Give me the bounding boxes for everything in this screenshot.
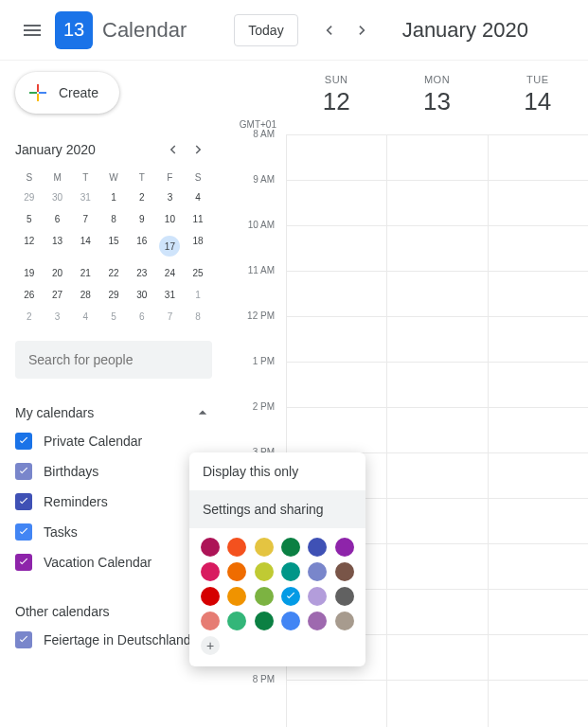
- prev-period-button[interactable]: [312, 13, 346, 47]
- mini-day[interactable]: 3: [44, 306, 72, 328]
- display-this-only-item[interactable]: Display this only: [189, 452, 365, 490]
- mini-day[interactable]: 11: [184, 208, 212, 230]
- mini-day[interactable]: 3: [156, 186, 185, 208]
- mini-day[interactable]: 6: [44, 208, 72, 230]
- color-swatch[interactable]: [227, 562, 246, 581]
- calendar-checkbox[interactable]: [15, 631, 32, 648]
- mini-day[interactable]: 30: [44, 186, 72, 208]
- mini-day[interactable]: 17: [156, 230, 185, 262]
- mini-day[interactable]: 22: [99, 262, 128, 284]
- create-button[interactable]: Create: [15, 72, 119, 114]
- color-swatch[interactable]: [227, 538, 246, 557]
- mini-day[interactable]: 8: [184, 306, 212, 328]
- color-swatch[interactable]: [281, 612, 300, 630]
- mini-day[interactable]: 23: [128, 262, 156, 284]
- color-swatch[interactable]: [201, 538, 220, 557]
- color-swatch[interactable]: [308, 562, 327, 581]
- day-column-header[interactable]: TUE14: [488, 61, 588, 116]
- mini-day[interactable]: 18: [184, 230, 212, 262]
- my-calendars-toggle[interactable]: My calendars: [15, 399, 212, 426]
- mini-day[interactable]: 19: [15, 262, 44, 284]
- mini-day[interactable]: 7: [156, 306, 185, 328]
- mini-day[interactable]: 31: [71, 186, 99, 208]
- mini-day[interactable]: 24: [156, 262, 185, 284]
- mini-day[interactable]: 27: [44, 284, 72, 306]
- color-swatch[interactable]: [335, 562, 354, 581]
- today-button[interactable]: Today: [234, 14, 297, 46]
- mini-day[interactable]: 14: [71, 230, 99, 262]
- mini-day[interactable]: 13: [44, 230, 72, 262]
- calendar-item[interactable]: Birthdays: [15, 456, 212, 487]
- mini-day[interactable]: 4: [184, 186, 212, 208]
- mini-day[interactable]: 9: [128, 208, 156, 230]
- color-swatch[interactable]: [281, 587, 300, 606]
- color-swatch[interactable]: [255, 538, 274, 557]
- mini-day[interactable]: 15: [99, 230, 128, 262]
- color-swatch[interactable]: [308, 612, 327, 630]
- hour-row[interactable]: 11 AM: [227, 271, 588, 316]
- calendar-item[interactable]: Feiertage in Deutschland: [15, 625, 212, 655]
- mini-day[interactable]: 29: [15, 186, 44, 208]
- color-swatch[interactable]: [281, 538, 300, 557]
- mini-day[interactable]: 7: [71, 208, 99, 230]
- calendar-item[interactable]: Tasks: [15, 517, 212, 547]
- mini-day[interactable]: 10: [156, 208, 185, 230]
- color-swatch[interactable]: [255, 562, 274, 581]
- mini-day[interactable]: 5: [99, 306, 128, 328]
- mini-day[interactable]: 1: [99, 186, 128, 208]
- hour-row[interactable]: 12 PM: [227, 316, 588, 362]
- color-swatch[interactable]: [281, 562, 300, 581]
- mini-day[interactable]: 12: [15, 230, 44, 262]
- calendar-checkbox[interactable]: [15, 554, 32, 571]
- color-swatch[interactable]: [255, 587, 274, 606]
- main-menu-button[interactable]: [9, 8, 55, 53]
- hour-row[interactable]: 8 AM: [227, 134, 588, 180]
- add-color-button[interactable]: +: [201, 636, 220, 655]
- mini-day[interactable]: 26: [15, 284, 44, 306]
- mini-day[interactable]: 21: [71, 262, 99, 284]
- hour-row[interactable]: 2 PM: [227, 407, 588, 452]
- settings-and-sharing-item[interactable]: Settings and sharing: [189, 490, 365, 528]
- color-swatch[interactable]: [335, 538, 354, 557]
- mini-day[interactable]: 25: [184, 262, 212, 284]
- hour-row[interactable]: 10 AM: [227, 225, 588, 271]
- hour-row[interactable]: 8 PM: [227, 680, 588, 725]
- color-swatch[interactable]: [308, 538, 327, 557]
- mini-day[interactable]: 6: [128, 306, 156, 328]
- mini-day[interactable]: 5: [15, 208, 44, 230]
- mini-day[interactable]: 20: [44, 262, 72, 284]
- mini-day[interactable]: 29: [99, 284, 128, 306]
- mini-day[interactable]: 16: [128, 230, 156, 262]
- calendar-checkbox[interactable]: [15, 523, 32, 541]
- next-period-button[interactable]: [346, 13, 380, 47]
- mini-day[interactable]: 2: [15, 306, 44, 328]
- color-swatch[interactable]: [201, 587, 220, 606]
- calendar-checkbox[interactable]: [15, 433, 32, 450]
- day-column-header[interactable]: MON13: [386, 61, 487, 116]
- mini-day[interactable]: 31: [156, 284, 185, 306]
- calendar-checkbox[interactable]: [15, 493, 32, 510]
- calendar-item[interactable]: Vacation Calendar: [15, 547, 212, 577]
- color-swatch[interactable]: [308, 587, 327, 606]
- color-swatch[interactable]: [335, 587, 354, 606]
- hour-row[interactable]: 1 PM: [227, 362, 588, 407]
- day-column-header[interactable]: SUN12: [286, 61, 386, 116]
- mini-prev-button[interactable]: [159, 136, 186, 163]
- color-swatch[interactable]: [201, 612, 220, 630]
- color-swatch[interactable]: [227, 587, 246, 606]
- mini-day[interactable]: 8: [99, 208, 128, 230]
- search-people-input[interactable]: [15, 341, 212, 379]
- mini-day[interactable]: 4: [71, 306, 99, 328]
- mini-next-button[interactable]: [186, 136, 212, 163]
- color-swatch[interactable]: [335, 612, 354, 630]
- mini-day[interactable]: 28: [71, 284, 99, 306]
- calendar-item[interactable]: Reminders: [15, 487, 212, 517]
- hour-row[interactable]: 9 AM: [227, 180, 588, 225]
- color-swatch[interactable]: [227, 612, 246, 630]
- color-swatch[interactable]: [201, 562, 220, 581]
- color-swatch[interactable]: [255, 612, 274, 630]
- mini-day[interactable]: 30: [128, 284, 156, 306]
- other-calendars-toggle[interactable]: Other calendars: [15, 598, 212, 625]
- mini-day[interactable]: 1: [184, 284, 212, 306]
- calendar-checkbox[interactable]: [15, 463, 32, 480]
